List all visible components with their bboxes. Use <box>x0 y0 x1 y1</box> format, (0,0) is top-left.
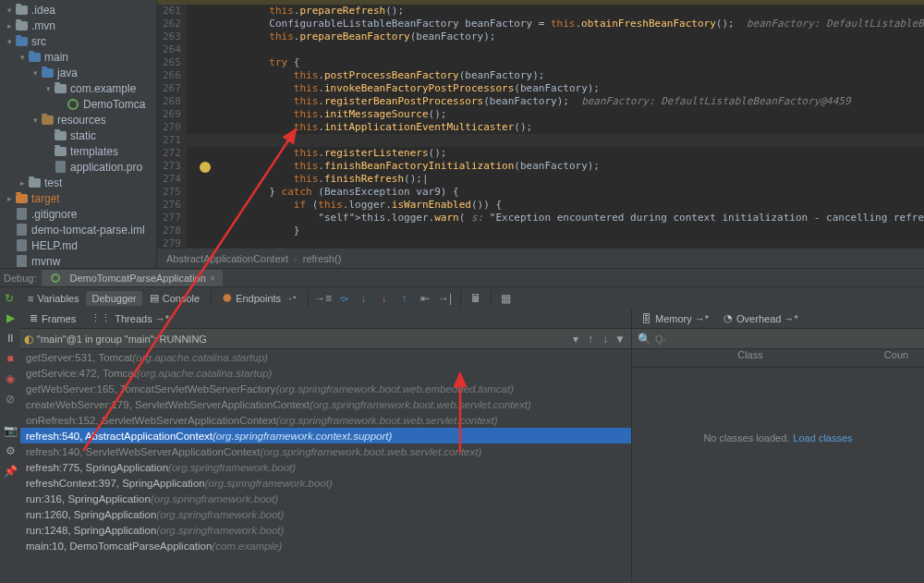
tree-item[interactable]: ▾main <box>0 49 156 65</box>
code-line[interactable]: this.postProcessBeanFactory(beanFactory)… <box>196 69 924 82</box>
chevron-icon[interactable]: ▸ <box>6 21 13 30</box>
code-line[interactable]: this.prepareBeanFactory(beanFactory); <box>196 30 924 43</box>
tree-item[interactable]: demo-tomcat-parse.iml <box>0 222 156 237</box>
view-breakpoints-icon[interactable]: ◉ <box>3 371 18 386</box>
code-line[interactable]: try { <box>196 56 924 69</box>
run-to-cursor-icon[interactable]: →| <box>436 289 455 308</box>
code-viewport[interactable]: 2612622632642652662672682692702712722732… <box>157 5 924 248</box>
next-frame-icon[interactable]: ↓ <box>598 332 613 346</box>
tree-item[interactable]: ▾java <box>0 65 156 80</box>
code-line[interactable]: this.registerListeners(); <box>196 147 924 160</box>
code-line[interactable]: if (this.logger.isWarnEnabled()) { <box>196 199 924 212</box>
tree-item[interactable]: templates <box>0 143 156 159</box>
editor-breadcrumb[interactable]: AbstractApplicationContext › refresh() <box>157 248 924 268</box>
stack-frame[interactable]: main:10, DemoTomcatParseApplication (com… <box>20 538 631 553</box>
stack-frame[interactable]: onRefresh:152, ServletWebServerApplicati… <box>20 412 631 428</box>
subtab-threads[interactable]: ⋮⋮Threads →* <box>85 310 175 326</box>
rerun-icon[interactable]: ↻ <box>2 291 17 306</box>
chevron-icon[interactable]: ▸ <box>6 194 13 203</box>
stack-frame[interactable]: refresh:775, SpringApplication (org.spri… <box>20 459 631 475</box>
tree-item[interactable]: ▾com.example <box>0 80 156 96</box>
code-line[interactable]: this.prepareRefresh(); <box>196 5 924 18</box>
tab-memory[interactable]: 🗄Memory →* <box>636 311 714 326</box>
mute-breakpoints-icon[interactable]: ⊘ <box>3 392 18 407</box>
tree-item[interactable]: mvnw <box>0 253 156 268</box>
code-line[interactable] <box>196 237 924 248</box>
tree-item[interactable]: ▸.mvn <box>0 18 156 33</box>
code-line[interactable]: "self">this.logger.warn( s: "Exception e… <box>196 212 924 225</box>
step-into-icon[interactable]: ↓ <box>355 289 373 308</box>
load-classes-link[interactable]: Load classes <box>793 432 852 443</box>
frame-method: createWebServer:179, ServletWebServerApp… <box>26 399 310 410</box>
dropdown-chevron-icon[interactable]: ▾ <box>568 332 583 346</box>
code-line[interactable]: this.finishBeanFactoryInitialization(bea… <box>196 160 924 173</box>
tree-item[interactable]: DemoTomca <box>0 96 156 112</box>
stack-frame[interactable]: getWebServer:165, TomcatServletWebServer… <box>20 381 631 396</box>
tree-item[interactable]: ▸target <box>0 190 156 206</box>
project-sidebar[interactable]: ▾.idea▸.mvn▾src▾main▾java▾com.exampleDem… <box>0 0 157 268</box>
tree-item[interactable]: ▾src <box>0 33 156 49</box>
trace-current-stream-icon[interactable]: ▦ <box>497 289 516 308</box>
stop-icon[interactable]: ■ <box>3 351 18 366</box>
tab-endpoints[interactable]: ⬣Endpoints→* <box>217 290 301 306</box>
chevron-icon[interactable]: ▸ <box>18 178 26 188</box>
tree-item[interactable]: ▾resources <box>0 112 156 128</box>
code-line[interactable]: } <box>196 225 924 237</box>
tree-item[interactable]: ▸test <box>0 175 156 190</box>
stack-frame[interactable]: refresh:140, ServletWebServerApplication… <box>20 443 631 459</box>
stack-frame[interactable]: getServer:531, Tomcat (org.apache.catali… <box>20 349 631 365</box>
code-line[interactable]: this.registerBeanPostProcessors(beanFact… <box>196 95 924 108</box>
code-line[interactable]: this.initMessageSource(); <box>196 108 924 121</box>
breadcrumb-class[interactable]: AbstractApplicationContext <box>166 253 288 264</box>
pause-icon[interactable]: ⏸ <box>3 331 18 346</box>
tab-debugger[interactable]: Debugger <box>86 291 141 306</box>
memory-search-input[interactable] <box>655 334 918 345</box>
chevron-icon[interactable]: ▾ <box>6 37 13 46</box>
code-body[interactable]: this.prepareRefresh(); ConfigurableLista… <box>187 5 924 248</box>
tree-item[interactable]: static <box>0 128 156 143</box>
stack-frame[interactable]: run:1248, SpringApplication (org.springf… <box>20 522 631 538</box>
show-exec-point-icon[interactable]: →≡ <box>314 289 333 308</box>
step-out-icon[interactable]: ↑ <box>395 289 414 308</box>
stack-frame[interactable]: refresh:540, AbstractApplicationContext … <box>20 428 631 443</box>
filter-icon[interactable]: ▼ <box>613 332 627 346</box>
tab-variables[interactable]: ≡Variables <box>22 291 84 306</box>
drop-frame-icon[interactable]: ⇤ <box>416 289 434 308</box>
chevron-icon[interactable]: ▾ <box>18 53 26 62</box>
stack-frames-list[interactable]: getServer:531, Tomcat (org.apache.catali… <box>20 349 631 583</box>
chevron-icon[interactable]: ▾ <box>44 84 52 93</box>
code-line[interactable]: this.invokeBeanFactoryPostProcessors(bea… <box>196 82 924 95</box>
stack-frame[interactable]: createWebServer:179, ServletWebServerApp… <box>20 396 631 412</box>
tree-item[interactable]: HELP.md <box>0 237 156 253</box>
chevron-icon[interactable]: ▾ <box>31 115 39 125</box>
pin-icon[interactable]: 📌 <box>3 464 18 479</box>
get-thread-dump-icon[interactable]: 📷 <box>3 423 18 438</box>
chevron-icon[interactable]: ▾ <box>31 68 39 78</box>
code-line[interactable]: } catch (BeansException var9) { <box>196 186 924 199</box>
code-line[interactable]: this.initApplicationEventMulticaster(); <box>196 121 924 134</box>
code-line[interactable]: this.finishRefresh();| <box>196 173 924 186</box>
stack-frame[interactable]: refreshContext:397, SpringApplication (o… <box>20 475 631 491</box>
code-line[interactable]: ConfigurableListableBeanFactory beanFact… <box>196 18 924 30</box>
tab-overhead[interactable]: ◔Overhead →* <box>718 310 804 326</box>
force-step-into-icon[interactable]: ↓ <box>375 289 394 308</box>
evaluate-icon[interactable]: 🖩 <box>467 289 485 308</box>
step-over-icon[interactable]: ⤼ <box>334 289 353 308</box>
chevron-icon[interactable]: ▾ <box>6 6 13 15</box>
settings-icon[interactable]: ⚙ <box>3 443 18 458</box>
run-config-tab[interactable]: DemoTomcatParseApplication × <box>42 270 223 286</box>
thread-dropdown[interactable]: "main"@1 in group "main": RUNNING <box>37 334 568 345</box>
subtab-frames[interactable]: ≣Frames <box>24 310 81 326</box>
close-icon[interactable]: × <box>210 273 215 284</box>
stack-frame[interactable]: run:316, SpringApplication (org.springfr… <box>20 491 631 506</box>
tab-console[interactable]: ▤Console <box>144 290 205 306</box>
breadcrumb-method[interactable]: refresh() <box>303 253 342 264</box>
tree-item[interactable]: ▾.idea <box>0 2 156 18</box>
tree-item[interactable]: application.pro <box>0 159 156 175</box>
stack-frame[interactable]: getService:472, Tomcat (org.apache.catal… <box>20 365 631 381</box>
tree-item[interactable]: .gitignore <box>0 206 156 222</box>
code-line[interactable] <box>196 43 924 56</box>
stack-frame[interactable]: run:1260, SpringApplication (org.springf… <box>20 506 631 522</box>
resume-icon[interactable]: ▶ <box>3 310 18 325</box>
prev-frame-icon[interactable]: ↑ <box>583 332 598 346</box>
